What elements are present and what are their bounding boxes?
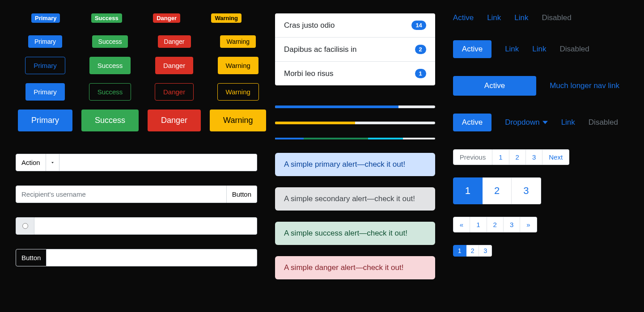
radio-input[interactable] xyxy=(22,223,28,229)
pagination-default: Previous 1 2 3 Next xyxy=(453,149,628,165)
dark-button[interactable]: Button xyxy=(16,249,47,266)
dark-button-input[interactable] xyxy=(47,249,257,266)
progress-bar-seg-2 xyxy=(304,138,368,139)
primary-button-md-2[interactable]: Primary xyxy=(25,83,65,101)
pagination-arrows: « 1 2 3 » xyxy=(453,217,537,232)
nav-link-1[interactable]: Link xyxy=(505,45,519,54)
nav-disabled: Disabled xyxy=(542,13,572,22)
progress-primary xyxy=(275,105,435,108)
warning-button-lg[interactable]: Warning xyxy=(210,110,266,131)
pagination-large: 1 2 3 xyxy=(453,177,541,204)
nav-link-2[interactable]: Link xyxy=(514,13,528,22)
radio-text-input[interactable] xyxy=(34,217,257,235)
action-button[interactable]: Action xyxy=(16,154,46,171)
warning-button-md-1[interactable]: Warning xyxy=(218,57,258,74)
nav-link-1[interactable]: Link xyxy=(487,13,501,22)
nav-pill-active[interactable]: Active xyxy=(453,114,491,131)
success-button-outline[interactable]: Success xyxy=(89,83,131,101)
page-1-active[interactable]: 1 xyxy=(453,245,466,257)
progress-bar-seg-1 xyxy=(275,138,304,139)
page-previous: Previous xyxy=(453,149,492,165)
nav-pill-active[interactable]: Active xyxy=(453,40,491,58)
nav-active[interactable]: Active xyxy=(453,13,474,22)
nav-disabled: Disabled xyxy=(560,45,589,54)
nav-pills-dropdown: Active Dropdown Link Disabled xyxy=(453,114,628,131)
recipient-input[interactable] xyxy=(16,186,227,203)
nav-pills: Active Link Link Disabled xyxy=(453,40,628,58)
success-button-lg[interactable]: Success xyxy=(81,110,139,131)
nav-links: Active Link Link Disabled xyxy=(453,13,628,22)
caret-down-icon xyxy=(51,160,54,165)
nav-link[interactable]: Link xyxy=(561,118,575,127)
nav-pills-fill: Active Much longer nav link xyxy=(453,76,628,96)
danger-button-outline[interactable]: Danger xyxy=(155,83,194,101)
page-3[interactable]: 3 xyxy=(512,177,541,204)
page-3[interactable]: 3 xyxy=(526,149,542,165)
list-item[interactable]: Morbi leo risus 1 xyxy=(275,62,435,85)
page-2[interactable]: 2 xyxy=(483,177,512,204)
nav-pill-active-wide[interactable]: Active xyxy=(453,76,536,96)
nav-link-2[interactable]: Link xyxy=(532,45,546,54)
alert-danger: A simple danger alert—check it out! xyxy=(275,256,435,279)
progress-bar xyxy=(275,105,398,108)
list-item[interactable]: Cras justo odio 14 xyxy=(275,13,435,38)
danger-button-md-1[interactable]: Danger xyxy=(155,57,193,74)
alert-secondary: A simple secondary alert—check it out! xyxy=(275,187,435,211)
nav-long-link[interactable]: Much longer nav link xyxy=(550,81,619,90)
alert-success: A simple success alert—check it out! xyxy=(275,222,435,245)
primary-button-sm[interactable]: Primary xyxy=(28,35,62,48)
primary-button-outline[interactable]: Primary xyxy=(25,57,65,74)
page-3[interactable]: 3 xyxy=(479,245,492,257)
progress-bar xyxy=(275,122,355,124)
page-1[interactable]: 1 xyxy=(492,149,509,165)
list-item-label: Morbi leo risus xyxy=(284,69,334,78)
badge-warning: Warning xyxy=(211,13,242,23)
list-item-label: Dapibus ac facilisis in xyxy=(284,45,357,54)
progress-warning xyxy=(275,122,435,124)
badge-primary: Primary xyxy=(31,13,60,23)
success-button-md-1[interactable]: Success xyxy=(89,57,131,74)
page-2[interactable]: 2 xyxy=(487,217,504,232)
primary-button-lg[interactable]: Primary xyxy=(18,110,72,131)
progress-multi xyxy=(275,138,435,139)
count-badge: 14 xyxy=(411,21,426,30)
danger-button-sm[interactable]: Danger xyxy=(158,35,191,48)
page-1[interactable]: 1 xyxy=(470,217,487,232)
nav-disabled: Disabled xyxy=(589,118,618,127)
warning-button-outline[interactable]: Warning xyxy=(217,83,259,101)
count-badge: 1 xyxy=(415,69,426,78)
input-group-action: Action xyxy=(16,154,257,171)
page-prev-arrow[interactable]: « xyxy=(453,217,470,232)
page-2[interactable]: 2 xyxy=(466,245,479,257)
page-next[interactable]: Next xyxy=(542,149,569,165)
badge-danger: Danger xyxy=(153,13,180,23)
page-next-arrow[interactable]: » xyxy=(520,217,537,232)
nav-dropdown-label: Dropdown xyxy=(505,118,540,127)
progress-bar-seg-3 xyxy=(368,138,403,139)
danger-button-lg[interactable]: Danger xyxy=(148,110,201,131)
list-group: Cras justo odio 14 Dapibus ac facilisis … xyxy=(275,13,435,85)
recipient-button[interactable]: Button xyxy=(227,186,257,203)
page-1-active[interactable]: 1 xyxy=(453,177,483,204)
list-item-label: Cras justo odio xyxy=(284,21,335,30)
list-item[interactable]: Dapibus ac facilisis in 2 xyxy=(275,38,435,62)
dropdown-toggle[interactable] xyxy=(46,154,59,171)
pagination-small: 1 2 3 xyxy=(453,245,492,257)
success-button-sm[interactable]: Success xyxy=(92,35,128,48)
action-input[interactable] xyxy=(59,154,257,171)
radio-addon[interactable] xyxy=(16,217,34,235)
input-group-recipient: Button xyxy=(16,186,257,203)
alert-primary: A simple primary alert—check it out! xyxy=(275,153,435,176)
page-3[interactable]: 3 xyxy=(504,217,520,232)
badge-success: Success xyxy=(91,13,122,23)
input-group-radio xyxy=(16,217,257,235)
input-group-dark-button: Button xyxy=(16,249,257,266)
warning-button-sm[interactable]: Warning xyxy=(220,35,256,48)
page-2[interactable]: 2 xyxy=(509,149,526,165)
count-badge: 2 xyxy=(415,45,426,54)
caret-down-icon xyxy=(542,121,548,124)
nav-dropdown[interactable]: Dropdown xyxy=(505,118,548,127)
